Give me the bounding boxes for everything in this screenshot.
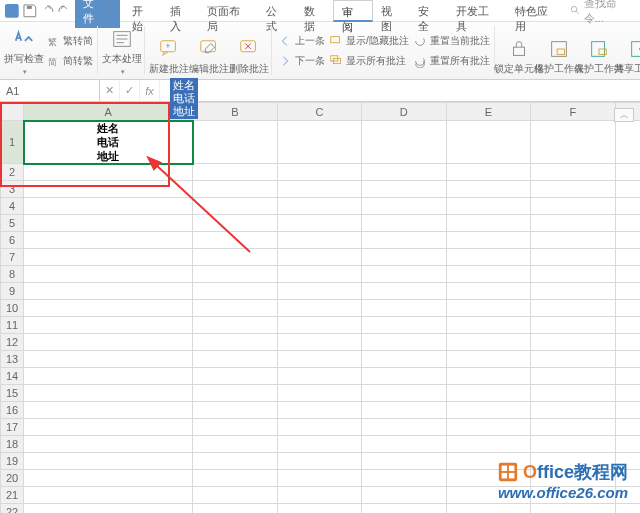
cell[interactable]	[531, 317, 615, 334]
cell[interactable]	[277, 368, 361, 385]
cell[interactable]	[193, 453, 277, 470]
column-header-b[interactable]: B	[193, 103, 277, 121]
cell[interactable]	[531, 121, 615, 164]
edit-comment-button[interactable]: 编辑批注	[191, 26, 227, 76]
tab-view[interactable]: 视图	[373, 0, 411, 22]
cell[interactable]	[531, 368, 615, 385]
cell[interactable]	[193, 198, 277, 215]
cell[interactable]	[615, 385, 640, 402]
cell[interactable]	[362, 164, 446, 181]
row-header[interactable]: 9	[1, 283, 24, 300]
cell[interactable]	[277, 504, 361, 514]
row-header[interactable]: 13	[1, 351, 24, 368]
cell[interactable]	[277, 164, 361, 181]
cell[interactable]	[24, 181, 193, 198]
cell[interactable]	[446, 266, 530, 283]
cell[interactable]	[362, 351, 446, 368]
cell[interactable]	[277, 436, 361, 453]
cell[interactable]	[24, 283, 193, 300]
cell[interactable]	[446, 419, 530, 436]
redo-icon[interactable]	[57, 3, 73, 19]
cell[interactable]	[615, 181, 640, 198]
cell[interactable]	[24, 317, 193, 334]
cell[interactable]	[193, 402, 277, 419]
cell[interactable]	[362, 453, 446, 470]
cell[interactable]	[362, 487, 446, 504]
cell[interactable]	[531, 249, 615, 266]
cell[interactable]	[531, 351, 615, 368]
cell[interactable]	[362, 198, 446, 215]
cell[interactable]	[615, 266, 640, 283]
cell[interactable]	[362, 334, 446, 351]
cell[interactable]	[531, 283, 615, 300]
column-header-d[interactable]: D	[362, 103, 446, 121]
cell[interactable]	[193, 317, 277, 334]
row-header[interactable]: 14	[1, 368, 24, 385]
cell-edit-overlay[interactable]: 姓名 电话 地址	[170, 78, 198, 119]
column-header-e[interactable]: E	[446, 103, 530, 121]
cell[interactable]	[362, 249, 446, 266]
row-header[interactable]: 20	[1, 470, 24, 487]
insert-function-button[interactable]: fx	[140, 80, 160, 101]
cell[interactable]	[24, 453, 193, 470]
cell[interactable]	[362, 215, 446, 232]
file-menu-button[interactable]: 文件	[75, 0, 120, 28]
cell[interactable]	[193, 368, 277, 385]
cell[interactable]	[277, 385, 361, 402]
cell[interactable]	[362, 266, 446, 283]
cell[interactable]	[446, 385, 530, 402]
cell[interactable]	[277, 419, 361, 436]
cell[interactable]	[24, 215, 193, 232]
cell[interactable]	[193, 385, 277, 402]
cell[interactable]	[362, 317, 446, 334]
cell[interactable]	[193, 249, 277, 266]
row-header[interactable]: 8	[1, 266, 24, 283]
cell[interactable]	[277, 453, 361, 470]
cell[interactable]	[531, 385, 615, 402]
cell[interactable]	[362, 402, 446, 419]
cell[interactable]	[193, 419, 277, 436]
cell[interactable]	[277, 198, 361, 215]
row-header[interactable]: 6	[1, 232, 24, 249]
delete-comment-button[interactable]: 删除批注	[231, 26, 267, 76]
cell[interactable]	[362, 436, 446, 453]
tab-home[interactable]: 开始	[124, 0, 162, 22]
cell[interactable]	[615, 351, 640, 368]
cell[interactable]	[193, 300, 277, 317]
cell[interactable]	[193, 121, 277, 164]
cell[interactable]	[24, 504, 193, 514]
cell[interactable]	[446, 368, 530, 385]
cell[interactable]	[277, 181, 361, 198]
cell[interactable]	[362, 181, 446, 198]
row-header[interactable]: 22	[1, 504, 24, 514]
row-header[interactable]: 18	[1, 436, 24, 453]
cell[interactable]	[193, 334, 277, 351]
cell[interactable]	[446, 504, 530, 514]
save-icon[interactable]	[22, 3, 38, 19]
tab-data[interactable]: 数据	[296, 0, 334, 22]
cell[interactable]	[531, 215, 615, 232]
cell[interactable]	[193, 283, 277, 300]
cell[interactable]	[193, 266, 277, 283]
cell[interactable]	[24, 266, 193, 283]
formula-enter-button[interactable]: ✓	[120, 80, 140, 101]
cell[interactable]	[24, 487, 193, 504]
spellcheck-button[interactable]: 拼写检查	[6, 26, 42, 76]
cell[interactable]	[615, 317, 640, 334]
worksheet-grid[interactable]: A B C D E F G 1 姓名 电话 地址 234567891011121…	[0, 102, 640, 513]
cell[interactable]	[277, 317, 361, 334]
cell[interactable]	[277, 300, 361, 317]
cell[interactable]	[24, 334, 193, 351]
tab-developer[interactable]: 开发工具	[448, 0, 507, 22]
next-comment-button[interactable]: 下一条	[278, 52, 325, 70]
cell[interactable]	[531, 164, 615, 181]
tab-page-layout[interactable]: 页面布局	[199, 0, 258, 22]
cell[interactable]	[277, 266, 361, 283]
cell[interactable]	[615, 215, 640, 232]
cell[interactable]	[615, 249, 640, 266]
cell[interactable]	[277, 283, 361, 300]
cell[interactable]	[362, 385, 446, 402]
cell[interactable]	[24, 249, 193, 266]
cell[interactable]	[446, 351, 530, 368]
row-header[interactable]: 11	[1, 317, 24, 334]
